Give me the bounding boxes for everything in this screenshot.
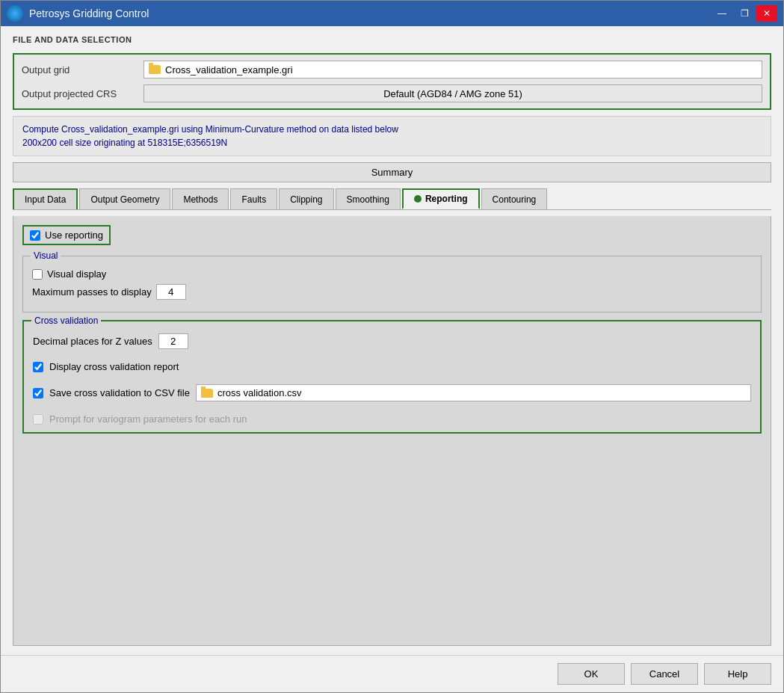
main-content: FILE AND DATA SELECTION Output grid Cros… [1,26,783,655]
visual-display-checkbox[interactable] [32,269,43,280]
tab-smoothing-label: Smoothing [347,194,389,205]
decimal-places-label: Decimal places for Z values [33,336,152,347]
visual-section: Visual Visual display Maximum passes to … [22,256,762,312]
save-csv-label[interactable]: Save cross validation to CSV file [49,387,190,398]
use-reporting-container: Use reporting [22,225,111,245]
close-button[interactable]: ✕ [756,5,777,22]
csv-filename: cross validation.csv [217,387,302,398]
tab-contouring-label: Contouring [493,194,537,205]
max-passes-label: Maximum passes to display [32,286,152,298]
tab-input-data-label: Input Data [25,194,66,205]
tab-input-data[interactable]: Input Data [13,188,78,209]
display-report-row: Display cross validation report [33,361,751,372]
output-grid-input[interactable]: Cross_validation_example.gri [143,61,762,78]
prompt-variogram-row: Prompt for variogram parameters for each… [33,413,751,425]
visual-display-row: Visual display [32,268,752,280]
help-button[interactable]: Help [704,663,771,685]
tab-smoothing[interactable]: Smoothing [336,188,401,209]
minimize-button[interactable]: — [712,5,732,22]
section-header: FILE AND DATA SELECTION [13,35,771,44]
tab-output-geometry-label: Output Geometry [90,194,159,205]
decimal-places-input[interactable] [158,333,188,349]
main-window: Petrosys Gridding Control — ❐ ✕ FILE AND… [0,0,784,693]
titlebar-left: Petrosys Gridding Control [7,5,149,22]
tab-faults-label: Faults [241,194,266,205]
tab-contouring[interactable]: Contouring [481,188,548,209]
output-crs-row: Output projected CRS Default (AGD84 / AM… [22,84,762,102]
tab-methods-label: Methods [183,194,217,205]
save-csv-row: Save cross validation to CSV file cross … [33,384,751,401]
visual-legend: Visual [31,250,61,261]
reporting-dot [414,195,422,203]
output-crs-input: Default (AGD84 / AMG zone 51) [143,84,762,102]
use-reporting-checkbox[interactable] [30,230,40,241]
cancel-button[interactable]: Cancel [631,663,698,685]
output-crs-value: Default (AGD84 / AMG zone 51) [383,88,522,99]
tabs-container: Input Data Output Geometry Methods Fault… [13,188,771,210]
use-reporting-label[interactable]: Use reporting [45,230,103,241]
output-grid-value: Cross_validation_example.gri [165,64,293,76]
tab-clipping[interactable]: Clipping [279,188,333,209]
bottom-bar: OK Cancel Help [1,655,783,692]
max-passes-row: Maximum passes to display [32,284,752,300]
window-title: Petrosys Gridding Control [29,7,149,19]
visual-display-label[interactable]: Visual display [47,268,106,280]
prompt-variogram-checkbox[interactable] [33,414,43,425]
output-grid-label: Output grid [22,64,138,76]
tab-reporting-label: Reporting [425,194,468,204]
tab-reporting[interactable]: Reporting [402,188,480,209]
tab-faults[interactable]: Faults [230,188,277,209]
description-line1: Compute Cross_validation_example.gri usi… [22,123,762,136]
summary-button[interactable]: Summary [13,162,771,182]
save-csv-checkbox[interactable] [33,388,43,398]
decimal-places-row: Decimal places for Z values [33,333,751,349]
output-grid-row: Output grid Cross_validation_example.gri [22,61,762,78]
description-box: Compute Cross_validation_example.gri usi… [13,116,771,156]
cross-validation-section: Cross validation Decimal places for Z va… [22,320,762,434]
file-section: Output grid Cross_validation_example.gri… [13,53,771,110]
maximize-button[interactable]: ❐ [734,5,755,22]
max-passes-input[interactable] [156,284,186,300]
cross-validation-legend: Cross validation [31,315,101,326]
output-crs-label: Output projected CRS [22,88,138,99]
display-report-label[interactable]: Display cross validation report [49,361,179,372]
tab-output-geometry[interactable]: Output Geometry [79,188,170,209]
csv-folder-icon [201,389,213,398]
tab-methods[interactable]: Methods [172,188,229,209]
titlebar: Petrosys Gridding Control — ❐ ✕ [1,1,783,26]
csv-file-input[interactable]: cross validation.csv [196,384,751,401]
description-line2: 200x200 cell size originating at 518315E… [22,136,762,150]
folder-icon [149,65,161,74]
prompt-variogram-label: Prompt for variogram parameters for each… [49,413,247,425]
display-report-checkbox[interactable] [33,362,43,372]
ok-button[interactable]: OK [558,663,625,685]
app-icon [7,5,23,22]
tab-clipping-label: Clipping [290,194,322,205]
titlebar-buttons: — ❐ ✕ [712,5,777,22]
tab-content-reporting: Use reporting Visual Visual display Maxi… [13,216,771,646]
